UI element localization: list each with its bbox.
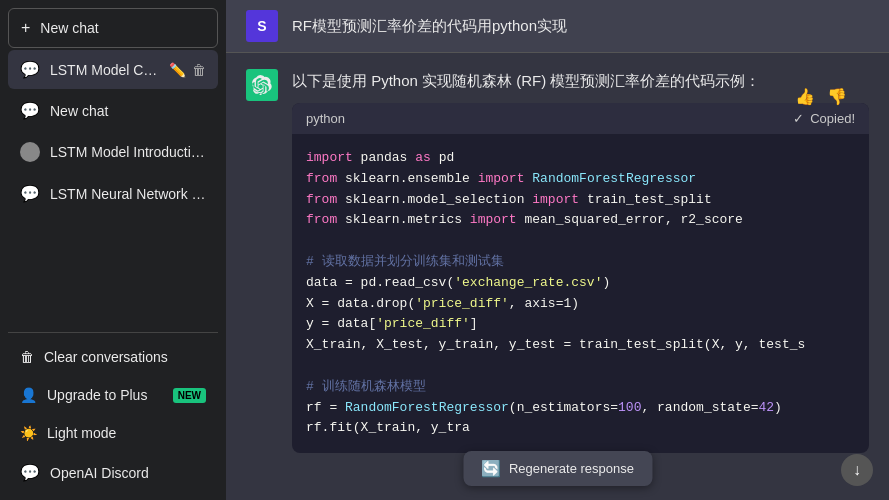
light-mode-label: Light mode (47, 425, 116, 441)
code-line: # 读取数据并划分训练集和测试集 (306, 252, 855, 273)
sidebar-item-label: LSTM Neural Network Overvi (50, 186, 206, 202)
upgrade-plus-label: Upgrade to Plus (47, 387, 147, 403)
code-line: from sklearn.ensemble import RandomFores… (306, 169, 855, 190)
ai-row: 以下是使用 Python 实现随机森林 (RF) 模型预测汇率价差的代码示例： … (246, 69, 869, 453)
chat-bubble-icon: 💬 (20, 60, 40, 79)
plus-icon: + (21, 19, 30, 37)
sidebar-item-lstm-intro[interactable]: LSTM Model Introduction (8, 132, 218, 172)
new-chat-button-label: New chat (40, 20, 98, 36)
sidebar-item-lstm-neural[interactable]: 💬 LSTM Neural Network Overvi (8, 174, 218, 213)
main-content: S RF模型预测汇率价差的代码用python实现 👍 👎 以下是使用 Pytho… (226, 0, 889, 500)
regenerate-label: Regenerate response (509, 461, 634, 476)
sidebar-item-label: New chat (50, 103, 206, 119)
checkmark-icon: ✓ (793, 111, 804, 126)
code-header: python ✓ Copied! (292, 103, 869, 134)
copy-status[interactable]: ✓ Copied! (793, 111, 855, 126)
discord-icon: 💬 (20, 463, 40, 482)
user-message: RF模型预测汇率价差的代码用python实现 (292, 17, 567, 36)
sidebar-item-label: LSTM Model Code Sa (50, 62, 159, 78)
user-avatar: S (246, 10, 278, 42)
chat-area: 👍 👎 以下是使用 Python 实现随机森林 (RF) 模型预测汇率价差的代码… (226, 53, 889, 500)
ai-response-wrapper: 👍 👎 以下是使用 Python 实现随机森林 (RF) 模型预测汇率价差的代码… (246, 69, 869, 453)
delete-icon[interactable]: 🗑 (192, 62, 206, 78)
sidebar-item-openai-discord[interactable]: 💬 OpenAI Discord (8, 453, 218, 492)
openai-logo-icon (252, 75, 272, 95)
sidebar-item-lstm-model-code[interactable]: 💬 LSTM Model Code Sa ✏️ 🗑 (8, 50, 218, 89)
chat-bubble-icon: 💬 (20, 101, 40, 120)
code-line: rf = RandomForestRegressor(n_estimators=… (306, 398, 855, 419)
user-avatar-letter: S (257, 18, 266, 34)
code-line (306, 231, 855, 252)
feedback-buttons: 👍 👎 (793, 85, 849, 108)
code-line: X = data.drop('price_diff', axis=1) (306, 294, 855, 315)
code-line: rf.fit(X_train, y_tra (306, 418, 855, 439)
scroll-down-icon: ↓ (853, 461, 861, 479)
new-badge: NEW (173, 388, 206, 403)
code-line: # 训练随机森林模型 (306, 377, 855, 398)
sidebar: + New chat 💬 LSTM Model Code Sa ✏️ 🗑 💬 N… (0, 0, 226, 500)
code-line: X_train, X_test, y_train, y_test = train… (306, 335, 855, 356)
sidebar-item-new-chat[interactable]: 💬 New chat (8, 91, 218, 130)
code-line (306, 356, 855, 377)
code-line: import pandas as pd (306, 148, 855, 169)
item-actions: ✏️ 🗑 (169, 62, 206, 78)
regenerate-icon: 🔄 (481, 459, 501, 478)
openai-discord-label: OpenAI Discord (50, 465, 149, 481)
code-line: from sklearn.model_selection import trai… (306, 190, 855, 211)
code-language: python (306, 111, 345, 126)
avatar-icon (20, 142, 40, 162)
sun-icon: ☀️ (20, 425, 37, 441)
code-line: data = pd.read_csv('exchange_rate.csv') (306, 273, 855, 294)
code-body: import pandas as pd from sklearn.ensembl… (292, 134, 869, 453)
code-block: python ✓ Copied! import pandas as pd fro… (292, 103, 869, 453)
sidebar-item-upgrade-plus[interactable]: 👤 Upgrade to Plus NEW (8, 377, 218, 413)
sidebar-item-light-mode[interactable]: ☀️ Light mode (8, 415, 218, 451)
regenerate-bar[interactable]: 🔄 Regenerate response (463, 451, 652, 486)
trash-icon: 🗑 (20, 349, 34, 365)
user-icon: 👤 (20, 387, 37, 403)
edit-icon[interactable]: ✏️ (169, 62, 186, 78)
copied-label: Copied! (810, 111, 855, 126)
thumbs-down-button[interactable]: 👎 (825, 85, 849, 108)
sidebar-item-clear-conversations[interactable]: 🗑 Clear conversations (8, 339, 218, 375)
sidebar-divider (8, 332, 218, 333)
scroll-down-button[interactable]: ↓ (841, 454, 873, 486)
new-chat-button[interactable]: + New chat (8, 8, 218, 48)
clear-conversations-label: Clear conversations (44, 349, 168, 365)
sidebar-item-label: LSTM Model Introduction (50, 144, 206, 160)
code-line: from sklearn.metrics import mean_squared… (306, 210, 855, 231)
top-bar: S RF模型预测汇率价差的代码用python实现 (226, 0, 889, 53)
chat-bubble-icon: 💬 (20, 184, 40, 203)
ai-response-text: 以下是使用 Python 实现随机森林 (RF) 模型预测汇率价差的代码示例： (292, 69, 869, 93)
ai-content: 以下是使用 Python 实现随机森林 (RF) 模型预测汇率价差的代码示例： … (292, 69, 869, 453)
thumbs-up-button[interactable]: 👍 (793, 85, 817, 108)
ai-avatar (246, 69, 278, 101)
code-line: y = data['price_diff'] (306, 314, 855, 335)
